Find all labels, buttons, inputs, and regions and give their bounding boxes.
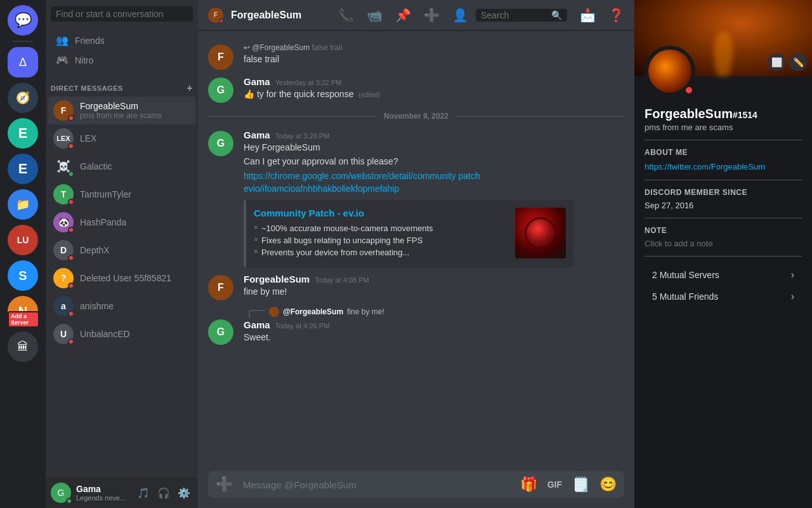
add-friend-button[interactable]: ➕ xyxy=(424,8,440,23)
server-icon-n[interactable]: N Add a Server xyxy=(8,296,38,326)
dm-avatar-hashpanda: 🐼 xyxy=(53,212,74,232)
dm-item-forgeablesum[interactable]: F ForgeableSum pms from me are scams xyxy=(48,97,195,124)
chat-search-input[interactable] xyxy=(481,10,547,20)
call-button[interactable]: 📞 xyxy=(338,8,354,23)
profile-action-btn-2[interactable]: ✏️ xyxy=(789,53,807,71)
mutual-servers-label: 2 Mutual Servers xyxy=(652,270,719,280)
profile-name-wrap: ForgeableSum#1514 xyxy=(645,107,802,121)
status-dot-depthx xyxy=(68,255,74,261)
status-dot-tantrum xyxy=(68,199,74,205)
nav-nitro-label: Nitro xyxy=(75,55,94,65)
profile-discriminator: #1514 xyxy=(733,110,757,120)
dm-item-unbalanced[interactable]: U UnbalancED xyxy=(48,320,195,348)
profile-divider-2 xyxy=(645,180,802,180)
embed-item-1: ~100% accurate mouse-to-camera movements xyxy=(254,224,508,233)
inbox-button[interactable]: 📩 xyxy=(580,8,596,23)
server-icon-lu[interactable]: LU xyxy=(8,225,38,255)
dm-item-tantrum[interactable]: T TantrumTyler xyxy=(48,180,195,208)
mutual-servers-item[interactable]: 2 Mutual Servers › xyxy=(645,264,802,286)
nav-nitro[interactable]: 🎮 Nitro xyxy=(51,50,193,70)
pin-button[interactable]: 📌 xyxy=(395,8,411,23)
dm-item-hashpanda[interactable]: 🐼 HashPanda xyxy=(48,208,195,236)
profile-status: pms from me are scams xyxy=(645,123,802,132)
dm-name-group-hashpanda: HashPanda xyxy=(80,217,126,227)
dm-item-deleted[interactable]: ? Deleted User 55f85821 xyxy=(48,264,195,292)
message-group-forgeablesum-trail: F ↩ @ForgeableSum false trail false trai… xyxy=(198,41,634,72)
embed-link[interactable]: https://chrome.google.com/webstore/detai… xyxy=(244,171,480,194)
sticker-button[interactable]: 🗒️ xyxy=(570,471,592,498)
profile-action-btn-1[interactable]: ⬜ xyxy=(768,53,785,71)
server-icon-s[interactable]: S xyxy=(8,260,38,291)
emoji-button[interactable]: 😊 xyxy=(597,471,619,498)
status-dot-hashpanda xyxy=(68,227,74,233)
msg-text-gama2b: Can I get your approval on this please? xyxy=(244,156,624,168)
server-icon-delta[interactable]: Δ xyxy=(8,47,38,77)
chat-area: F ForgeableSum 📞 📹 📌 ➕ 👤 🔍 📩 ❓ F ↩ @Forg… xyxy=(198,0,634,508)
msg-header-gama3: Gama Today at 4:26 PM xyxy=(244,319,624,330)
dm-item-galactic[interactable]: ☠️ Galactic xyxy=(48,152,195,180)
server-icon-compass[interactable]: 🧭 xyxy=(8,83,38,113)
status-dot-unbalanced xyxy=(68,338,74,345)
dm-item-lex[interactable]: LEX LEX xyxy=(48,124,195,152)
mutual-friends-chevron: › xyxy=(791,291,794,302)
edited-tag: (edited) xyxy=(358,91,380,98)
server-icon-folder[interactable]: 📁 xyxy=(8,189,38,220)
attach-button[interactable]: ➕ xyxy=(213,471,235,498)
server-icon-e-blue[interactable]: E xyxy=(8,154,38,184)
profile-banner: ⬜ ✏️ xyxy=(634,0,812,76)
banner-silhouette xyxy=(704,19,742,76)
msg-text-forge2: fine by me! xyxy=(244,286,624,298)
profile-avatar-wrap xyxy=(645,46,695,97)
msg-avatar-gama2: G xyxy=(208,131,233,156)
dm-item-depthx[interactable]: D DepthX xyxy=(48,236,195,264)
dm-inbox-button[interactable]: 👤 xyxy=(452,8,468,23)
chat-header-username: ForgeableSum xyxy=(231,10,301,21)
nitro-icon: 🎮 xyxy=(56,54,69,66)
dm-section-label: DIRECT MESSAGES xyxy=(51,84,123,92)
dm-item-anishme[interactable]: a anishme xyxy=(48,292,195,320)
header-dnd-indicator xyxy=(219,18,224,23)
server-icon-e-teal[interactable]: E xyxy=(8,118,38,149)
msg-avatar-gama1: G xyxy=(208,77,233,103)
member-since-date: Sep 27, 2016 xyxy=(645,201,802,210)
msg-timestamp-gama3: Today at 4:26 PM xyxy=(275,322,330,330)
headphone-button[interactable]: 🎧 xyxy=(155,484,173,502)
msg-timestamp-gama2: Today at 3:28 PM xyxy=(275,132,330,140)
msg-reply-ref: @ForgeableSum fine by me! xyxy=(244,307,624,317)
settings-button[interactable]: ⚙️ xyxy=(175,484,193,502)
member-since-title: DISCORD MEMBER SINCE xyxy=(645,188,802,197)
chat-input-field[interactable] xyxy=(240,472,513,498)
profile-divider-1 xyxy=(645,140,802,140)
msg-content-forge1: ↩ @ForgeableSum false trail false trail xyxy=(244,43,624,70)
discord-home-button[interactable]: 💬 xyxy=(8,5,38,36)
nav-friends[interactable]: 👥 Friends xyxy=(51,30,193,50)
dm-add-button[interactable]: + xyxy=(187,83,193,94)
embed-list: ~100% accurate mouse-to-camera movements… xyxy=(254,224,508,257)
gif-button[interactable]: GIF xyxy=(545,474,565,495)
dm-avatar-galactic: ☠️ xyxy=(53,156,74,177)
message-group-gama-hey: G Gama Today at 3:28 PM Hey ForgeableSum… xyxy=(198,127,634,270)
about-me-link[interactable]: https://twitter.com/ForgeableSum xyxy=(645,162,765,171)
msg-username-forge2: ForgeableSum xyxy=(244,274,310,284)
microphone-button[interactable]: 🎵 xyxy=(134,484,152,502)
dm-search-input[interactable] xyxy=(51,6,193,22)
note-field[interactable]: Click to add a note xyxy=(645,239,802,248)
msg-content-gama2: Gama Today at 3:28 PM Hey ForgeableSum C… xyxy=(244,130,624,267)
msg-avatar-forge2: F xyxy=(208,275,233,300)
gift-button[interactable]: 🎁 xyxy=(518,471,540,498)
video-button[interactable]: 📹 xyxy=(367,8,383,23)
msg-username-gama2: Gama xyxy=(244,130,270,140)
mutual-friends-item[interactable]: 5 Mutual Friends › xyxy=(645,286,802,307)
user-status: Legends neve... xyxy=(76,494,129,502)
date-divider: November 9, 2022 xyxy=(198,107,634,126)
msg-header-forge2: ForgeableSum Today at 4:08 PM xyxy=(244,274,624,284)
dm-avatar-anishme: a xyxy=(53,296,74,316)
dm-avatar-unbalanced: U xyxy=(53,324,74,344)
reply-text: fine by me! xyxy=(347,307,384,316)
help-button[interactable]: ❓ xyxy=(608,8,624,23)
header-avatar-wrap: F xyxy=(208,8,223,23)
profile-dnd-badge xyxy=(684,85,694,95)
msg-reply-indicator: ↩ @ForgeableSum false trail xyxy=(244,43,624,52)
server-icon-bank[interactable]: 🏛 xyxy=(8,331,38,362)
thumb-mask xyxy=(515,208,566,258)
